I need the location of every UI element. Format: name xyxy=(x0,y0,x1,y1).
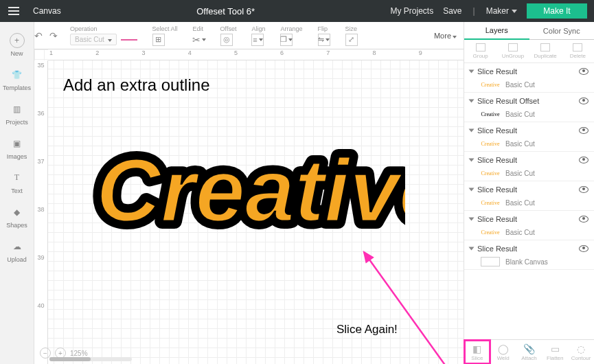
images-icon: ▣ xyxy=(10,136,25,151)
flatten-icon: ▭ xyxy=(551,343,560,354)
layer-row[interactable]: Slice Result OffsetCreativeBasic Cut xyxy=(464,93,594,122)
ungroup-button[interactable]: UnGroup xyxy=(496,40,529,62)
size-group: Size ⤢ xyxy=(345,25,358,46)
templates-button[interactable]: 👕Templates xyxy=(0,62,34,96)
weld-button[interactable]: ◯Weld xyxy=(490,340,516,364)
edit-icon[interactable]: ✂ xyxy=(193,34,205,46)
delete-button[interactable]: Delete xyxy=(562,40,594,62)
redo-icon[interactable]: ↷ xyxy=(49,30,58,41)
images-button[interactable]: ▣Images xyxy=(0,130,34,165)
undo-icon[interactable]: ↶ xyxy=(34,30,43,41)
ruler-tick: 1 xyxy=(48,49,94,60)
contour-button[interactable]: ◌Contour xyxy=(568,340,594,364)
disclosure-icon[interactable] xyxy=(469,100,475,103)
slice-button[interactable]: ◧Slice xyxy=(464,340,490,364)
group-button[interactable]: Group xyxy=(464,40,496,62)
layer-row[interactable]: Slice ResultCreativeBasic Cut xyxy=(464,181,594,211)
layer-row[interactable]: Slice ResultCreativeBasic Cut xyxy=(464,211,594,240)
flip-icon[interactable]: ⇋ xyxy=(318,34,330,46)
layer-thumb: Creative xyxy=(481,168,500,178)
visibility-icon[interactable] xyxy=(579,186,589,193)
layer-row[interactable]: Slice ResultCreativeBasic Cut xyxy=(464,152,594,181)
layer-thumb xyxy=(481,257,500,266)
text-button[interactable]: TText xyxy=(0,165,34,199)
visibility-icon[interactable] xyxy=(579,127,589,134)
projects-button[interactable]: ▥Projects xyxy=(0,96,34,130)
save-link[interactable]: Save xyxy=(443,6,461,16)
layer-sub: Basic Cut xyxy=(505,111,535,118)
layer-name: Slice Result xyxy=(477,244,517,253)
canvas-area[interactable]: 123456789 353637383940 Add an extra outl… xyxy=(34,49,464,364)
visibility-icon[interactable] xyxy=(579,245,589,252)
select-all-icon[interactable]: ⊞ xyxy=(152,34,165,46)
layer-sub: Basic Cut xyxy=(505,170,535,177)
align-icon[interactable]: ≡ xyxy=(251,34,264,46)
my-projects-link[interactable]: My Projects xyxy=(390,6,433,16)
horizontal-scrollbar[interactable] xyxy=(49,357,132,364)
slice-icon: ◧ xyxy=(472,343,481,354)
duplicate-button[interactable]: Duplicate xyxy=(529,40,562,62)
shapes-icon: ◆ xyxy=(10,205,25,220)
right-panel: Layers Color Sync Group UnGroup Duplicat… xyxy=(464,22,594,364)
tab-layers[interactable]: Layers xyxy=(464,22,529,40)
document-title[interactable]: Offeset Tool 6* xyxy=(61,6,391,16)
linetype-swatch[interactable] xyxy=(121,39,137,41)
attach-button[interactable]: 📎Attach xyxy=(516,340,542,364)
upload-icon: ☁ xyxy=(10,239,25,254)
visibility-icon[interactable] xyxy=(579,157,589,163)
machine-selector[interactable]: Maker xyxy=(486,6,517,16)
attach-icon: 📎 xyxy=(523,343,535,354)
layer-row[interactable]: Slice ResultCreativeBasic Cut xyxy=(464,122,594,152)
tab-color-sync[interactable]: Color Sync xyxy=(529,22,595,40)
offset-group: Offset ◎ xyxy=(220,25,237,46)
disclosure-icon[interactable] xyxy=(469,247,475,251)
more-dropdown[interactable]: More xyxy=(434,32,457,40)
shapes-button[interactable]: ◆Shapes xyxy=(0,199,34,234)
layer-sub: Basic Cut xyxy=(505,81,535,89)
arrange-icon[interactable]: ❐ xyxy=(280,34,293,46)
ruler-vertical: 353637383940 xyxy=(34,60,48,364)
flatten-button[interactable]: ▭Flatten xyxy=(542,340,568,364)
align-label: Align xyxy=(251,25,265,32)
menu-icon[interactable] xyxy=(0,0,27,22)
upload-button[interactable]: ☁Upload xyxy=(0,234,34,268)
edit-label: Edit xyxy=(193,25,204,32)
left-rail: +New 👕Templates ▥Projects ▣Images TText … xyxy=(0,22,34,364)
disclosure-icon[interactable] xyxy=(469,159,475,162)
annotation-slice: Slice Again! xyxy=(336,323,398,337)
contour-icon: ◌ xyxy=(577,343,585,354)
layer-row[interactable]: Slice ResultBlank Canvas xyxy=(464,240,594,270)
templates-icon: 👕 xyxy=(10,67,25,82)
layer-top-actions: Group UnGroup Duplicate Delete xyxy=(464,40,594,63)
disclosure-icon[interactable] xyxy=(469,188,475,192)
weld-icon: ◯ xyxy=(498,343,509,354)
layer-thumb: Creative xyxy=(481,109,500,119)
rail-label: Images xyxy=(7,153,27,160)
size-icon[interactable]: ⤢ xyxy=(345,34,358,46)
disclosure-icon[interactable] xyxy=(469,70,475,73)
make-it-button[interactable]: Make It xyxy=(527,3,587,19)
separator: | xyxy=(473,6,475,16)
arrange-group: Arrange ❐ xyxy=(280,25,302,46)
disclosure-icon[interactable] xyxy=(469,129,475,133)
operation-select[interactable]: Basic Cut xyxy=(70,34,117,45)
visibility-icon[interactable] xyxy=(579,98,589,104)
artwork-creative[interactable]: Creative Creative xyxy=(89,125,405,255)
zoom-value: 125% xyxy=(70,350,88,357)
visibility-icon[interactable] xyxy=(579,68,589,75)
ruler-tick: 9 xyxy=(418,49,464,60)
ruler-tick: 6 xyxy=(279,49,325,60)
chevron-down-icon xyxy=(453,36,457,38)
text-icon: T xyxy=(10,170,25,185)
new-button[interactable]: +New xyxy=(0,27,34,62)
rail-label: Templates xyxy=(3,84,31,91)
disclosure-icon[interactable] xyxy=(469,218,475,221)
rail-label: New xyxy=(10,50,23,57)
ruler-tick: 35 xyxy=(34,60,47,109)
callout-arrow xyxy=(330,242,464,364)
svg-line-0 xyxy=(364,252,460,364)
offset-label: Offset xyxy=(220,25,237,32)
visibility-icon[interactable] xyxy=(579,216,589,223)
layer-row[interactable]: Slice ResultCreativeBasic Cut xyxy=(464,63,594,93)
offset-icon[interactable]: ◎ xyxy=(220,34,233,46)
